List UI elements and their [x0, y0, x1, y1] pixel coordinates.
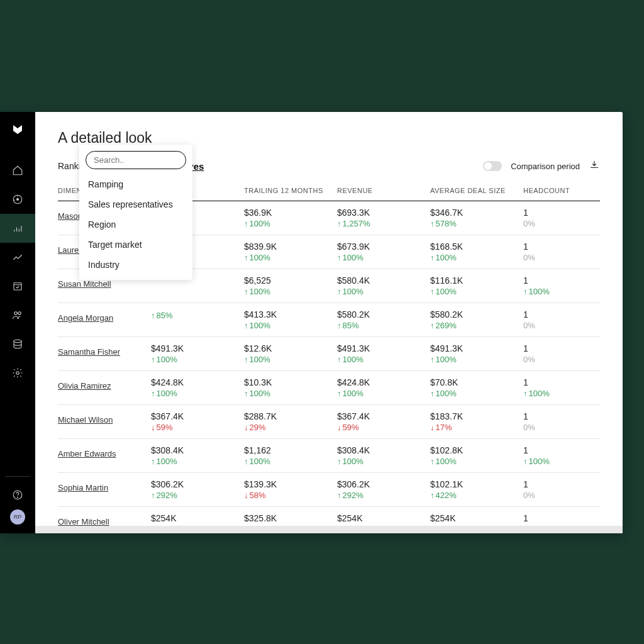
cell-value: $491.3K: [337, 343, 430, 353]
delta: ↑ 100%: [244, 457, 337, 466]
nav-analytics[interactable]: [0, 214, 35, 243]
delta: ↑ 578%: [430, 219, 523, 228]
row-name-link[interactable]: Samantha Fisher: [58, 347, 151, 357]
row-name-link[interactable]: Angela Morgan: [58, 313, 151, 323]
cell-value: $367.4K: [151, 411, 244, 421]
cell-value: $308.4K: [151, 445, 244, 455]
table-cell: $693.3K↑ 1,257%: [337, 208, 430, 228]
cell-value: $70.8K: [430, 377, 523, 387]
main-content: A detailed look Ranking by Sales represe…: [35, 112, 623, 533]
table-cell: $491.3K↑ 100%: [337, 343, 430, 364]
nav-trends[interactable]: [0, 243, 35, 272]
download-icon[interactable]: [589, 159, 600, 173]
nav-help[interactable]: [0, 480, 35, 509]
dropdown-option[interactable]: Sales representatives: [79, 194, 192, 214]
delta: ↑ 100%: [523, 457, 599, 466]
table-cell: $1,162↑ 100%: [244, 445, 337, 466]
nav-team[interactable]: [0, 301, 35, 330]
nav-database[interactable]: [0, 330, 35, 358]
delta: ↑ 292%: [151, 491, 244, 500]
cell-value: $1,162: [244, 445, 337, 455]
column-headcount[interactable]: HEADCOUNT: [523, 187, 599, 194]
cell-value: 1: [523, 377, 599, 387]
table-cell: $308.4K↑ 100%: [337, 445, 430, 466]
table-row: Amber Edwards$308.4K↑ 100%$1,162↑ 100%$3…: [58, 439, 600, 473]
row-name-link[interactable]: Michael Wilson: [58, 415, 151, 425]
table-cell: $367.4K↓ 59%: [151, 411, 244, 432]
delta: ↑ 100%: [244, 253, 337, 262]
table-row: Angela Morgan↑ 85%$413.3K↑ 100%$580.2K↑ …: [58, 303, 600, 337]
delta: ↑ 100%: [337, 389, 430, 398]
table-cell: Angela Morgan: [58, 309, 151, 330]
dropdown-search-input[interactable]: [86, 151, 186, 169]
row-name-link[interactable]: Oliver Mitchell: [58, 517, 151, 526]
row-name-link[interactable]: Sophia Martin: [58, 483, 151, 492]
delta: ↑ 1,257%: [337, 219, 430, 228]
nav-dashboard[interactable]: [0, 185, 35, 214]
table-cell: 1↑ 100%: [523, 275, 599, 296]
column-avg-deal-size[interactable]: AVERAGE DEAL SIZE: [430, 187, 523, 194]
dropdown-option[interactable]: Target market: [79, 235, 192, 255]
table-cell: $346.7K↑ 578%: [430, 208, 523, 228]
cell-value: 1: [523, 208, 599, 218]
dropdown-option[interactable]: Region: [79, 214, 192, 235]
table-cell: $12.6K↑ 100%: [244, 343, 337, 364]
cell-value: $168.5K: [430, 242, 523, 252]
table-cell: $288.7K↓ 29%: [244, 411, 337, 432]
table-cell: Sophia Martin: [58, 479, 151, 500]
cell-value: 1: [523, 513, 599, 523]
table-cell: Michael Wilson: [58, 411, 151, 432]
cell-value: $254K: [430, 513, 523, 523]
comparison-label: Comparison period: [511, 162, 580, 171]
delta: ↑ 100%: [430, 287, 523, 296]
table-cell: $491.3K↑ 100%: [430, 343, 523, 364]
delta: ↑ 100%: [244, 219, 337, 228]
delta: ↑ 269%: [430, 321, 523, 330]
dropdown-option[interactable]: Industry: [79, 255, 192, 275]
column-revenue[interactable]: REVENUE: [337, 187, 430, 194]
table-cell: 1↑ 100%: [523, 445, 599, 466]
table-cell: $10.3K↑ 100%: [244, 377, 337, 398]
avatar[interactable]: RP: [10, 509, 25, 525]
nav-home[interactable]: [0, 156, 35, 185]
cell-value: $413.3K: [244, 309, 337, 319]
delta: ↑ 100%: [337, 253, 430, 262]
cell-value: $424.8K: [337, 377, 430, 387]
table-cell: 1↑ 100%: [523, 377, 599, 398]
delta: ↑ 100%: [244, 389, 337, 398]
table-cell: $839.9K↑ 100%: [244, 242, 337, 262]
row-name-link[interactable]: Susan Mitchell: [58, 279, 151, 289]
cell-value: $424.8K: [151, 377, 244, 387]
table-row: Olivia Ramirez$424.8K↑ 100%$10.3K↑ 100%$…: [58, 371, 600, 405]
controls-row: Ranking by Sales representatives Compari…: [58, 159, 600, 173]
row-name-link[interactable]: Amber Edwards: [58, 449, 151, 458]
cell-value: $36.9K: [244, 208, 337, 218]
cell-value: 1: [523, 275, 599, 286]
delta: ↑ 292%: [337, 491, 430, 500]
table-cell: $70.8K↑ 100%: [430, 377, 523, 398]
cell-value: $308.4K: [337, 445, 430, 455]
delta: ↑ 100%: [430, 253, 523, 262]
table-cell: $6,525↑ 100%: [244, 275, 337, 296]
table-cell: ↑ 85%: [151, 309, 244, 330]
delta: ↓ 29%: [244, 423, 337, 432]
nav-settings[interactable]: [0, 358, 35, 387]
delta: ↑ 85%: [337, 321, 430, 330]
delta: 0%: [523, 491, 599, 500]
svg-rect-2: [14, 283, 21, 290]
nav-calendar[interactable]: [0, 272, 35, 301]
table-cell: $424.8K↑ 100%: [337, 377, 430, 398]
cell-value: $346.7K: [430, 208, 523, 218]
row-name-link[interactable]: Olivia Ramirez: [58, 381, 151, 391]
table-row: Samantha Fisher$491.3K↑ 100%$12.6K↑ 100%…: [58, 337, 600, 371]
dropdown-option[interactable]: Ramping: [79, 174, 192, 194]
svg-point-5: [14, 340, 21, 343]
comparison-toggle[interactable]: [483, 161, 502, 171]
table-cell: $102.8K↑ 100%: [430, 445, 523, 466]
table-cell: Olivia Ramirez: [58, 377, 151, 398]
cell-value: $580.2K: [337, 309, 430, 319]
column-trailing-12[interactable]: TRAILING 12 MONTHS: [244, 187, 337, 194]
delta: 0%: [523, 423, 599, 432]
app-window: RP A detailed look Ranking by Sales repr…: [0, 112, 623, 533]
cell-value: $580.4K: [337, 275, 430, 286]
